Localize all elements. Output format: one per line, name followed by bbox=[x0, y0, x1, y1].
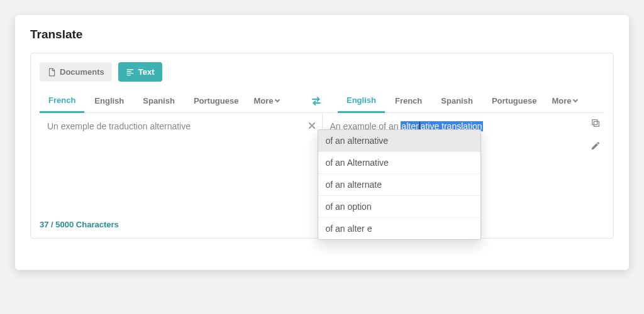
suggestion-item[interactable]: of an Alternative bbox=[318, 152, 480, 174]
suggestion-item[interactable]: of an alter e bbox=[318, 218, 480, 239]
source-lang-spanish[interactable]: Spanish bbox=[134, 90, 184, 112]
clear-source-button[interactable] bbox=[307, 119, 317, 134]
source-text[interactable]: Un exemple de traduction alternative bbox=[47, 121, 314, 133]
copy-button[interactable] bbox=[591, 118, 601, 128]
edit-button[interactable] bbox=[591, 141, 601, 151]
close-icon bbox=[307, 121, 317, 131]
text-icon bbox=[126, 68, 135, 77]
chevron-down-icon bbox=[275, 97, 280, 102]
svg-rect-0 bbox=[594, 121, 599, 126]
text-mode-button[interactable]: Text bbox=[118, 62, 162, 82]
swap-languages-button[interactable] bbox=[306, 96, 326, 106]
copy-icon bbox=[591, 118, 601, 128]
suggestion-item[interactable]: of an alternate bbox=[318, 174, 480, 196]
target-lang-group: English French Spanish Portuguese More bbox=[326, 89, 604, 112]
suggestion-item[interactable]: of an alternative bbox=[318, 130, 480, 152]
document-icon bbox=[47, 68, 56, 77]
page-title: Translate bbox=[30, 28, 614, 41]
documents-mode-button[interactable]: Documents bbox=[40, 62, 112, 82]
translation-panes: Un exemple de traduction alternative An … bbox=[40, 113, 604, 214]
pencil-icon bbox=[591, 141, 601, 151]
target-more-label: More bbox=[552, 96, 571, 106]
target-actions bbox=[591, 118, 601, 151]
source-lang-more[interactable]: More bbox=[248, 90, 284, 112]
alternatives-dropdown: of an alternative of an Alternative of a… bbox=[318, 129, 481, 240]
documents-mode-label: Documents bbox=[60, 67, 104, 77]
chevron-down-icon bbox=[573, 97, 578, 102]
target-lang-portuguese[interactable]: Portuguese bbox=[483, 90, 546, 112]
source-more-label: More bbox=[253, 96, 273, 106]
target-lang-more[interactable]: More bbox=[547, 90, 582, 112]
target-lang-english[interactable]: English bbox=[338, 89, 385, 113]
target-lang-french[interactable]: French bbox=[386, 90, 431, 112]
source-pane[interactable]: Un exemple de traduction alternative bbox=[40, 113, 323, 214]
text-mode-label: Text bbox=[138, 67, 155, 77]
target-pane: An example of an alterative translation … bbox=[323, 113, 605, 214]
source-lang-portuguese[interactable]: Portuguese bbox=[185, 90, 248, 112]
source-lang-french[interactable]: French bbox=[40, 89, 84, 113]
suggestion-item[interactable]: of an option bbox=[318, 196, 480, 218]
language-row: French English Spanish Portuguese More E… bbox=[40, 89, 604, 113]
mode-row: Documents Text bbox=[40, 62, 604, 82]
translate-card: Documents Text French English Spanish Po… bbox=[30, 53, 614, 239]
source-lang-group: French English Spanish Portuguese More bbox=[40, 89, 306, 112]
swap-icon bbox=[311, 96, 322, 106]
svg-rect-1 bbox=[592, 120, 597, 125]
translate-app: Translate Documents Text French English … bbox=[15, 15, 629, 270]
source-lang-english[interactable]: English bbox=[86, 90, 133, 112]
target-lang-spanish[interactable]: Spanish bbox=[432, 90, 482, 112]
